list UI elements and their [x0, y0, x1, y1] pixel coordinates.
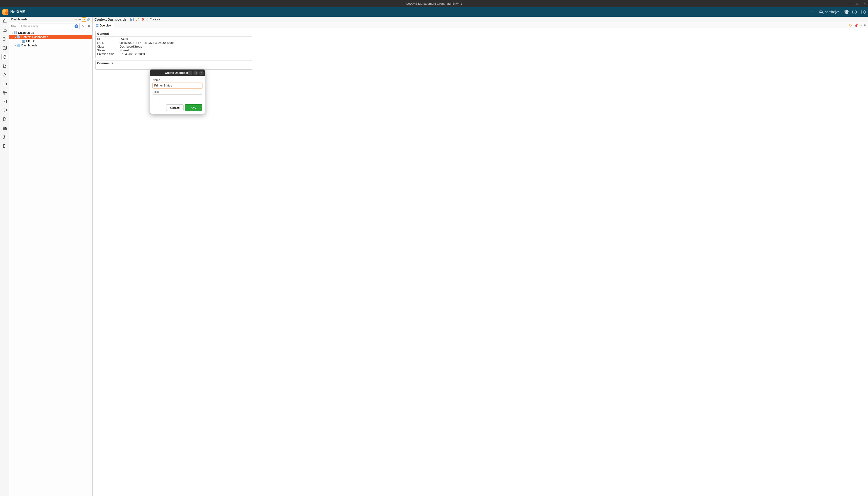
cancel-button[interactable]: Cancel	[166, 104, 184, 111]
filter-info-icon[interactable]: i	[75, 25, 78, 28]
kv-key: Status	[97, 49, 117, 52]
svg-rect-15	[96, 26, 97, 27]
filter-toggle-icon[interactable]: ▾	[82, 17, 86, 21]
kv-value: 35413	[120, 37, 250, 41]
pin-icon[interactable]: 📌	[854, 23, 858, 28]
dashgroup-icon	[14, 31, 17, 34]
rail-logout-icon[interactable]	[1, 143, 8, 149]
sidebar-header: Dashboards ⇦ — ▾ 🔗	[10, 17, 92, 22]
back-icon[interactable]: ⇦	[74, 17, 78, 21]
os-title-bar: NetXMS Management Client - admin@::1 — □…	[0, 0, 868, 7]
tab-label: Overview	[99, 24, 111, 27]
folder-icon	[17, 35, 21, 39]
rail-business-icon[interactable]	[1, 80, 8, 87]
dashboards-sidebar: Dashboards ⇦ — ▾ 🔗 Filter: i ✎ ✖ ▾ Dashb…	[10, 17, 93, 496]
alias-label: Alias	[153, 90, 202, 94]
settings-sliders-icon[interactable]	[845, 10, 848, 14]
kv-key: GUID	[97, 41, 117, 45]
rail-monitor-icon[interactable]	[1, 107, 8, 114]
svg-rect-12	[130, 18, 134, 21]
tree-root-dashboards[interactable]: ▾ Dashboards	[10, 31, 92, 35]
rail-alarms-icon[interactable]	[1, 18, 8, 25]
close-icon[interactable]: ✕	[864, 2, 866, 5]
panel-area: General ID 35413 GUID 0cbf6a95-41ed-4318…	[93, 28, 868, 496]
tree-label: Dashboards	[21, 44, 37, 47]
tree-item-context-dashboards[interactable]: ▾ Context Dashboards	[10, 35, 92, 39]
tree-item-dashboards[interactable]: ▸ Dashboards	[10, 43, 92, 48]
kv-key: Creation time	[97, 52, 117, 56]
general-kv: ID 35413 GUID 0cbf6a95-41ed-4318-937b-32…	[96, 36, 252, 58]
tab-bar: Overview ↻ 📌 ▾ ⇱	[93, 22, 868, 28]
help-icon[interactable]: ?	[852, 10, 857, 14]
dialog-title-bar[interactable]: Create Dashboard — □ ✕	[150, 69, 205, 76]
svg-rect-7	[3, 109, 6, 111]
filter-label: Filter:	[11, 25, 18, 28]
overview-icon	[96, 24, 98, 28]
svg-point-11	[4, 137, 5, 138]
svg-rect-14	[97, 24, 98, 25]
filter-edit-icon[interactable]: ✎	[81, 24, 85, 28]
refresh-icon[interactable]: ↻	[849, 23, 852, 28]
dashboard-icon	[21, 40, 25, 43]
maximize-icon[interactable]: □	[856, 2, 858, 5]
dialog-maximize-icon[interactable]: □	[193, 71, 198, 75]
svg-rect-4	[3, 83, 6, 85]
tree-label: Dashboards	[18, 31, 34, 34]
header-right: ::1 admin@::1 ? i	[810, 10, 866, 14]
tree-item-hp-ilo[interactable]: HP iLO	[10, 39, 92, 43]
detach-icon[interactable]: ⇱	[864, 23, 867, 28]
content-area: Context Dashboards ✖ Create ▾ Overview ↻…	[93, 17, 868, 496]
rail-mobile-icon[interactable]	[1, 116, 8, 123]
rail-cloud-icon[interactable]	[1, 27, 8, 33]
kv-key: Class	[97, 45, 117, 48]
name-input[interactable]	[153, 83, 202, 88]
edit-icon[interactable]	[136, 18, 139, 21]
rail-tags-icon[interactable]	[1, 72, 8, 78]
create-dropdown[interactable]: Create ▾	[150, 18, 160, 21]
layout-icon[interactable]	[130, 18, 134, 21]
brand-text: NetXMS	[10, 10, 25, 14]
chevron-right-icon[interactable]: ▸	[14, 44, 17, 47]
remove-icon[interactable]: —	[78, 17, 82, 21]
server-indicator[interactable]: ::1	[810, 10, 814, 14]
divider	[147, 17, 148, 21]
svg-point-3	[3, 74, 4, 74]
menu-chevron-icon[interactable]: ▾	[861, 24, 862, 27]
rail-globe-icon[interactable]	[1, 89, 8, 96]
filter-clear-icon[interactable]: ✖	[87, 24, 91, 28]
content-header: Context Dashboards ✖ Create ▾	[93, 17, 868, 22]
minimize-icon[interactable]: —	[848, 2, 851, 5]
filter-input[interactable]	[19, 23, 80, 29]
rail-graphs-icon[interactable]	[1, 98, 8, 105]
folder-icon	[17, 44, 21, 47]
app-header: NetXMS ::1 admin@::1 ? i	[0, 7, 868, 17]
chevron-down-icon[interactable]: ▾	[11, 32, 14, 34]
kv-value: DashboardGroup	[120, 45, 250, 48]
dialog-close-icon[interactable]: ✕	[199, 71, 204, 75]
user-label: admin@::1	[825, 10, 841, 14]
kv-value: 0cbf6a95-41ed-4318-937b-3225966c9a9e	[120, 41, 250, 45]
user-indicator[interactable]: admin@::1	[818, 10, 841, 14]
rail-maps-icon[interactable]	[1, 45, 8, 51]
alias-input[interactable]	[153, 94, 202, 100]
kv-value: 27.04.2023 20:34:36	[120, 52, 250, 56]
dashboards-tree[interactable]: ▾ Dashboards ▾ Context Dashboards HP iLO…	[10, 30, 92, 496]
name-label: Name	[153, 79, 202, 82]
rail-config-icon[interactable]	[1, 134, 8, 140]
rail-reports-icon[interactable]	[1, 63, 8, 69]
info-icon[interactable]: i	[861, 10, 866, 14]
rail-templates-icon[interactable]	[1, 36, 8, 43]
content-title: Context Dashboards	[94, 18, 127, 21]
delete-icon[interactable]: ✖	[142, 18, 145, 21]
rail-tools-icon[interactable]	[1, 125, 8, 131]
rail-dashboards-icon[interactable]	[1, 54, 8, 60]
link-icon[interactable]: 🔗	[86, 17, 91, 21]
dialog-title: Create Dashboard	[165, 71, 190, 75]
chevron-down-icon[interactable]: ▾	[14, 36, 17, 38]
dialog-minimize-icon[interactable]: —	[188, 71, 192, 75]
tab-overview[interactable]: Overview	[93, 23, 114, 28]
sidebar-title: Dashboards	[11, 18, 28, 21]
kv-value: Normal	[120, 49, 250, 52]
ok-button[interactable]: OK	[185, 104, 202, 111]
tab-tools: ↻ 📌 ▾ ⇱	[849, 23, 867, 28]
